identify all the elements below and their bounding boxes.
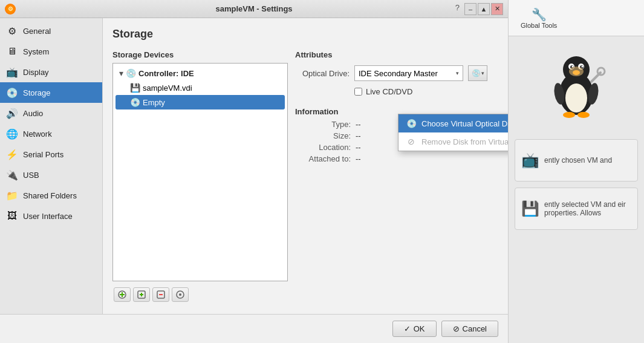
close-button[interactable]: ✕	[491, 3, 503, 15]
tux-mascot	[546, 48, 607, 121]
controller-ide-label: Controller: IDE	[138, 69, 194, 78]
cancel-icon: ⊘	[453, 324, 460, 333]
global-tools-toolbar: 🔧 Global Tools	[509, 0, 644, 36]
app-icon: ⚙	[5, 4, 16, 15]
optical-drive-select[interactable]: IDE Secondary Master ▾	[354, 65, 463, 81]
bg-card-1-text: ently chosen VM and	[544, 156, 612, 165]
ui-label: User Interface	[23, 212, 73, 221]
svg-point-8	[582, 66, 584, 68]
minimize-button[interactable]: –	[464, 3, 476, 15]
sidebar-item-network[interactable]: 🌐 Network	[0, 123, 102, 144]
optical-drive-action-button[interactable]: 💿 ▾	[468, 65, 487, 81]
network-label: Network	[23, 129, 52, 139]
ok-button[interactable]: ✓ OK	[392, 321, 437, 337]
sidebar-item-ui[interactable]: 🖼 User Interface	[0, 206, 102, 226]
empty-label: Empty	[143, 98, 165, 107]
live-cd-row: Live CD/DVD	[295, 87, 498, 96]
choose-disk-icon: 💿	[406, 118, 417, 129]
sidebar-item-shared[interactable]: 📁 Shared Folders	[0, 185, 102, 206]
network-icon: 🌐	[6, 128, 18, 140]
display-icon: 📺	[6, 66, 18, 78]
remove-attachment-button[interactable]	[152, 287, 169, 302]
optical-drive-row: Optical Drive: IDE Secondary Master ▾ 💿 …	[295, 65, 498, 81]
bg-card-1-icon: 📺	[521, 152, 539, 169]
storage-devices-label: Storage Devices	[112, 50, 288, 59]
storage-toolbar	[112, 285, 288, 304]
remove-disk-item[interactable]: ⊘ Remove Disk from Virtual Drive	[398, 132, 508, 151]
attributes-label: Attributes	[295, 50, 498, 59]
optical-drive-value: IDE Secondary Master	[359, 69, 438, 78]
usb-label: USB	[23, 171, 39, 180]
help-button[interactable]: ?	[455, 3, 460, 15]
location-value: --	[356, 143, 361, 152]
svg-point-16	[597, 68, 605, 75]
svg-point-26	[179, 293, 181, 296]
sidebar-item-usb[interactable]: 🔌 USB	[0, 165, 102, 185]
remove-disk-icon: ⊘	[406, 136, 417, 147]
main-content: ⚙ General 🖥 System 📺 Display 💿 Storage 🔊…	[0, 18, 508, 314]
sidebar-item-serial[interactable]: ⚡ Serial Ports	[0, 144, 102, 165]
bg-card-2-text: ently selected VM and eir properties. Al…	[544, 200, 631, 217]
content-panel: Storage Storage Devices ▾ 💿 Controller: …	[103, 18, 508, 314]
titlebar: ⚙ sampleVM - Settings ? – ▲ ✕	[0, 0, 508, 18]
action-dropdown-arrow: ▾	[481, 70, 484, 76]
bg-card-1: 📺 ently chosen VM and	[515, 139, 638, 181]
empty-disc-icon: 💿	[130, 97, 140, 107]
ok-icon: ✓	[404, 324, 411, 333]
system-icon: 🖥	[6, 45, 18, 57]
display-label: Display	[23, 68, 49, 77]
sidebar-item-storage[interactable]: 💿 Storage	[0, 82, 102, 103]
choose-disk-item[interactable]: 💿 Choose Virtual Optical Disk File...	[398, 114, 508, 132]
controller-ide-icon: 💿	[126, 68, 136, 78]
global-tools-section: 🔧 Global Tools	[513, 5, 564, 31]
global-tools-panel: 🔧 Global Tools	[508, 0, 644, 343]
type-value: --	[356, 120, 361, 129]
general-icon: ⚙	[6, 25, 18, 37]
shared-label: Shared Folders	[23, 191, 77, 200]
storage-tree[interactable]: ▾ 💿 Controller: IDE 💾 sampleVM.vdi 💿	[112, 63, 288, 281]
tux-mascot-area	[509, 36, 644, 133]
storage-icon: 💿	[6, 87, 18, 99]
usb-icon: 🔌	[6, 169, 18, 181]
tree-controller-ide[interactable]: ▾ 💿 Controller: IDE	[115, 66, 285, 80]
bg-card-2: 💾 ently selected VM and eir properties. …	[515, 188, 638, 230]
svg-point-1	[565, 83, 587, 113]
svg-point-12	[577, 112, 590, 118]
svg-point-11	[563, 112, 575, 118]
serial-label: Serial Ports	[23, 150, 63, 159]
tree-item-empty[interactable]: 💿 Empty	[115, 95, 285, 109]
cancel-button[interactable]: ⊘ Cancel	[441, 321, 498, 337]
sidebar-item-general[interactable]: ⚙ General	[0, 21, 102, 41]
attached-row: Attached to: --	[295, 154, 498, 163]
attached-label: Attached to:	[295, 154, 356, 163]
optical-drive-label: Optical Drive:	[295, 69, 350, 78]
titlebar-controls: ? – ▲ ✕	[455, 3, 503, 15]
select-drive-button[interactable]	[172, 287, 189, 302]
ok-label: OK	[414, 324, 425, 333]
storage-devices-panel: Storage Devices ▾ 💿 Controller: IDE 💾 sa…	[112, 50, 288, 304]
shared-icon: 📁	[6, 189, 18, 201]
sidebar-item-audio[interactable]: 🔊 Audio	[0, 103, 102, 123]
tree-item-vdi[interactable]: 💾 sampleVM.vdi	[115, 80, 285, 95]
live-cd-label[interactable]: Live CD/DVD	[366, 87, 412, 96]
controller-expand-icon: ▾	[119, 68, 123, 78]
optical-drive-dropdown-arrow: ▾	[456, 70, 459, 76]
maximize-button[interactable]: ▲	[478, 3, 490, 15]
general-label: General	[23, 27, 51, 36]
sidebar-item-display[interactable]: 📺 Display	[0, 62, 102, 82]
sidebar: ⚙ General 🖥 System 📺 Display 💿 Storage 🔊…	[0, 18, 103, 314]
storage-label: Storage	[23, 88, 51, 97]
size-label: Size:	[295, 131, 356, 140]
add-attachment-button[interactable]	[133, 287, 150, 302]
location-label: Location:	[295, 143, 356, 152]
live-cd-checkbox[interactable]	[354, 88, 362, 96]
storage-area: Storage Devices ▾ 💿 Controller: IDE 💾 sa…	[112, 50, 498, 304]
attached-value: --	[356, 154, 361, 163]
add-controller-button[interactable]	[114, 287, 131, 302]
settings-dialog: ⚙ sampleVM - Settings ? – ▲ ✕ ⚙ General …	[0, 0, 508, 343]
audio-icon: 🔊	[6, 107, 18, 119]
bg-card-2-icon: 💾	[521, 200, 539, 217]
optical-drive-dropdown-menu: 💿 Choose Virtual Optical Disk File... ⊘ …	[398, 114, 508, 151]
sidebar-item-system[interactable]: 🖥 System	[0, 41, 102, 62]
dialog-footer: ✓ OK ⊘ Cancel	[0, 314, 508, 343]
